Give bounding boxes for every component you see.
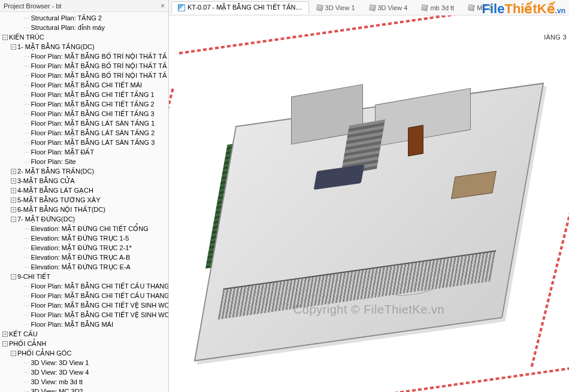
tree-item[interactable]: ⋯Floor Plan: MẶT BẰNG CHI TIẾT TẦNG 1 — [0, 90, 168, 99]
tree-label: Floor Plan: MẶT BẰNG LÁT SÀN TẦNG 1 — [31, 120, 155, 127]
tree-item[interactable]: ⋯Elevation: MẶT ĐỨNG TRỤC 2-1* — [0, 243, 168, 253]
collapse-icon[interactable]: − — [2, 35, 8, 40]
collapse-icon[interactable]: − — [2, 341, 8, 347]
tree-item[interactable]: ⋯Elevation: MẶT ĐỨNG TRỤC 1-5 — [0, 233, 168, 243]
close-icon[interactable]: × — [161, 2, 165, 10]
tree-item[interactable]: +4-MẶT BẰNG LÁT GẠCH — [0, 186, 168, 195]
tree-item[interactable]: −PHỐI CẢNH GÓC — [0, 348, 168, 358]
view-tab[interactable]: KT-0.07 - MẶT BẰNG CHI TIẾT TẦN… — [171, 1, 309, 14]
tree-item[interactable]: ⋯Floor Plan: MẶT ĐẤT — [0, 147, 168, 157]
tree-item[interactable]: ⋯Floor Plan: MẶT BẰNG CHI TIẾT MÁI — [0, 80, 168, 90]
tree-connector: ⋯ — [24, 254, 30, 261]
tree-item[interactable]: ⋯3D View: 3D View 4 — [0, 367, 168, 377]
tree-connector: ⋯ — [24, 379, 30, 385]
tree-label: Elevation: MẶT ĐỨNG CHI TIẾT CỔNG — [31, 225, 149, 233]
tree-label: Floor Plan: MẶT BẰNG BỐ TRÍ NỘI THẤT TẦ — [31, 72, 167, 80]
project-browser-panel: Project Browser - bt × ⋯Structural Plan:… — [0, 0, 169, 392]
tree-connector: ⋯ — [24, 159, 30, 165]
tree-item[interactable]: −PHỐI CẢNH — [0, 339, 168, 348]
tree-label: 3D View: 3D View 1 — [31, 359, 89, 366]
tree-connector: ⋯ — [24, 63, 30, 69]
tree-connector: ⋯ — [24, 149, 30, 156]
tree-item[interactable]: ⋯Floor Plan: MẶT BẰNG CHI TIẾT VỆ SINH W… — [0, 310, 168, 320]
tree-item[interactable]: ⋯Floor Plan: MẶT BẰNG CHI TIẾT CẦU THANG — [0, 281, 168, 291]
tree-label: Floor Plan: MẶT BẰNG CHI TIẾT CẦU THANG — [31, 282, 169, 290]
tree-label: 4-MẶT BẰNG LÁT GẠCH — [17, 187, 93, 195]
view-tab[interactable]: 3D View 1 — [310, 2, 362, 14]
cube-icon — [468, 4, 475, 11]
tree-item[interactable]: ⋯Floor Plan: Site — [0, 157, 168, 166]
expand-icon[interactable]: + — [2, 332, 8, 337]
tree-connector: ⋯ — [24, 120, 30, 127]
tree-connector: ⋯ — [24, 293, 30, 299]
tree-label: 1- MẶT BẰNG TẦNG(DC) — [17, 43, 95, 51]
tree-item[interactable]: −9-CHI TIẾT — [0, 272, 168, 281]
tree-item[interactable]: ⋯Floor Plan: MẶT BẰNG BỐ TRÍ NỘI THẤT TẦ — [0, 71, 168, 80]
collapse-icon[interactable]: − — [11, 274, 16, 279]
tree-item[interactable]: ⋯Floor Plan: MẶT BẰNG LÁT SÀN TẦNG 1 — [0, 118, 168, 128]
tree-item[interactable]: ⋯Floor Plan: MẶT BẰNG CHI TIẾT TẦNG 3 — [0, 109, 168, 118]
view-tab[interactable]: 3D View 4 — [363, 2, 414, 14]
tree-item[interactable]: −7- MẶT ĐỨNG(DC) — [0, 214, 168, 224]
tree-connector: ⋯ — [24, 139, 30, 146]
tree-item[interactable]: ⋯Elevation: MẶT ĐỨNG TRỤC E-A — [0, 262, 168, 272]
tree-item[interactable]: ⋯Floor Plan: MẶT BẰNG BỐ TRÍ NỘI THẤT TẦ — [0, 51, 168, 61]
tree-item[interactable]: +2- MẶT BẰNG TRẦN(DC) — [0, 166, 168, 176]
expand-icon[interactable]: + — [11, 178, 16, 184]
tree-connector: ⋯ — [24, 111, 30, 117]
collapse-icon[interactable]: − — [11, 351, 16, 356]
watermark-logo: FileThiếtKế.vn — [482, 1, 565, 17]
tree-connector: ⋯ — [24, 283, 30, 290]
collapse-icon[interactable]: − — [11, 44, 16, 50]
project-tree[interactable]: ⋯Structural Plan: TẦNG 2⋯Structural Plan… — [0, 12, 168, 392]
expand-icon[interactable]: + — [11, 207, 16, 212]
tree-label: Floor Plan: MẶT BẰNG MÁI — [31, 321, 113, 329]
cube-icon — [422, 4, 429, 11]
tree-label: 3D View: 3D View 4 — [31, 369, 89, 376]
tree-connector: ⋯ — [24, 130, 30, 136]
collapse-icon[interactable]: − — [11, 217, 16, 222]
tree-label: Floor Plan: MẶT BẰNG CHI TIẾT TẦNG 1 — [31, 91, 155, 99]
viewport-area: KT-0.07 - MẶT BẰNG CHI TIẾT TẦN…3D View … — [169, 0, 569, 392]
tree-item[interactable]: ⋯Elevation: MẶT ĐỨNG TRỤC A-B — [0, 253, 168, 262]
browser-header: Project Browser - bt × — [0, 0, 168, 12]
tree-label: Floor Plan: MẶT BẰNG LÁT SÀN TẦNG 3 — [31, 139, 155, 147]
tree-item[interactable]: ⋯Floor Plan: MẶT BẰNG LÁT SÀN TẦNG 3 — [0, 138, 168, 147]
tree-connector: ⋯ — [24, 235, 30, 242]
view-tab[interactable]: mb 3d tt — [415, 2, 461, 14]
tree-connector: ⋯ — [24, 388, 30, 393]
expand-icon[interactable]: + — [11, 188, 16, 193]
tree-item[interactable]: ⋯Elevation: MẶT ĐỨNG CHI TIẾT CỔNG — [0, 224, 168, 233]
tree-item[interactable]: +6-MẶT BẰNG NỘI THẤT(DC) — [0, 205, 168, 214]
tree-item[interactable]: −KIẾN TRÚC — [0, 32, 168, 42]
tree-item[interactable]: +5-MẶT BẰNG TƯỜNG XÂY — [0, 195, 168, 205]
tree-label: Floor Plan: MẶT BẰNG CHI TIẾT MÁI — [31, 81, 143, 89]
tree-item[interactable]: +KẾT CẤU — [0, 329, 168, 339]
tree-item[interactable]: ⋯Floor Plan: MẶT BẰNG CHI TIẾT VỆ SINH W… — [0, 300, 168, 310]
tree-item[interactable]: ⋯Floor Plan: MẶT BẰNG BỐ TRÍ NỘI THẤT TẦ — [0, 61, 168, 71]
tree-item[interactable]: +3-MẶT BẰNG CỬA — [0, 176, 168, 186]
tree-label: Floor Plan: MẶT BẰNG CHI TIẾT CẦU THANG — [31, 292, 169, 300]
viewport-3d[interactable]: IÀNG 3 Copyright © FileThietKe.vn — [169, 16, 569, 392]
tree-connector: ⋯ — [24, 82, 30, 89]
tree-item[interactable]: ⋯3D View: 3D View 1 — [0, 358, 168, 367]
tree-item[interactable]: ⋯3D View: mb 3d tt — [0, 377, 168, 387]
tree-item[interactable]: ⋯Floor Plan: MẶT BẰNG LÁT SÀN TẦNG 2 — [0, 128, 168, 138]
cube-icon — [369, 4, 376, 11]
section-line — [169, 88, 174, 379]
expand-icon[interactable]: + — [11, 197, 16, 203]
tree-item[interactable]: ⋯3D View: MC 3D2 — [0, 387, 168, 392]
tree-label: 6-MẶT BẰNG NỘI THẤT(DC) — [17, 206, 105, 214]
tree-label: Structural Plan: đỉnh máy — [31, 24, 105, 32]
tree-connector: ⋯ — [24, 312, 30, 318]
tree-label: Floor Plan: MẶT BẰNG BỐ TRÍ NỘI THẤT TẦ — [31, 62, 167, 70]
tree-item[interactable]: ⋯Structural Plan: đỉnh máy — [0, 23, 168, 32]
expand-icon[interactable]: + — [11, 169, 16, 174]
tree-item[interactable]: ⋯Floor Plan: MẶT BẰNG CHI TIẾT CẦU THANG — [0, 291, 168, 300]
tree-item[interactable]: ⋯Floor Plan: MẶT BẰNG MÁI — [0, 320, 168, 329]
tree-item[interactable]: ⋯Floor Plan: MẶT BẰNG CHI TIẾT TẦNG 2 — [0, 99, 168, 109]
tree-label: Floor Plan: MẶT ĐẤT — [31, 148, 95, 156]
tree-item[interactable]: −1- MẶT BẰNG TẦNG(DC) — [0, 42, 168, 51]
tree-item[interactable]: ⋯Structural Plan: TẦNG 2 — [0, 13, 168, 23]
tree-label: PHỐI CẢNH GÓC — [17, 350, 71, 357]
